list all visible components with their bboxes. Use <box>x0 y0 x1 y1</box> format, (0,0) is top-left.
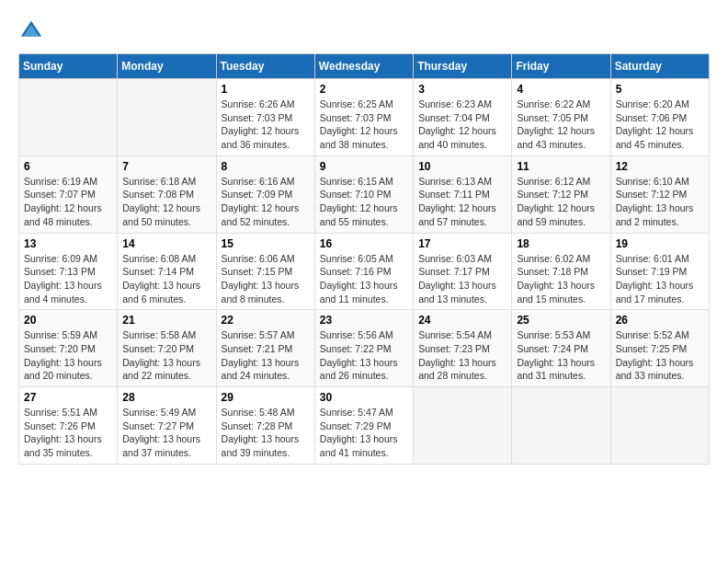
day-number: 7 <box>122 160 210 173</box>
day-detail: Sunrise: 6:06 AM Sunset: 7:15 PM Dayligh… <box>222 252 310 306</box>
day-number: 26 <box>616 314 704 327</box>
day-detail: Sunrise: 5:49 AM Sunset: 7:27 PM Dayligh… <box>122 406 210 460</box>
calendar-body: 1Sunrise: 6:26 AM Sunset: 7:03 PM Daylig… <box>19 79 710 465</box>
header-day: Wednesday <box>314 54 413 79</box>
calendar-cell: 3Sunrise: 6:23 AM Sunset: 7:04 PM Daylig… <box>414 79 512 156</box>
calendar-cell: 2Sunrise: 6:25 AM Sunset: 7:03 PM Daylig… <box>314 79 413 156</box>
day-number: 3 <box>418 83 506 96</box>
day-detail: Sunrise: 6:19 AM Sunset: 7:07 PM Dayligh… <box>24 175 112 229</box>
calendar-cell: 23Sunrise: 5:56 AM Sunset: 7:22 PM Dayli… <box>314 310 413 387</box>
day-number: 30 <box>320 391 408 404</box>
day-detail: Sunrise: 5:53 AM Sunset: 7:24 PM Dayligh… <box>517 328 605 383</box>
calendar-cell: 18Sunrise: 6:02 AM Sunset: 7:18 PM Dayli… <box>512 233 610 310</box>
calendar-cell: 28Sunrise: 5:49 AM Sunset: 7:27 PM Dayli… <box>118 387 216 465</box>
day-detail: Sunrise: 6:05 AM Sunset: 7:16 PM Dayligh… <box>320 252 408 306</box>
calendar-cell <box>19 79 118 156</box>
day-detail: Sunrise: 5:47 AM Sunset: 7:29 PM Dayligh… <box>320 406 408 460</box>
calendar-cell: 5Sunrise: 6:20 AM Sunset: 7:06 PM Daylig… <box>610 79 709 156</box>
day-detail: Sunrise: 6:03 AM Sunset: 7:17 PM Dayligh… <box>418 252 506 306</box>
calendar-cell: 9Sunrise: 6:15 AM Sunset: 7:10 PM Daylig… <box>314 155 413 233</box>
header-day: Sunday <box>19 54 118 79</box>
day-number: 10 <box>418 160 506 173</box>
day-detail: Sunrise: 5:56 AM Sunset: 7:22 PM Dayligh… <box>320 328 408 383</box>
header-day: Monday <box>118 54 216 79</box>
calendar-cell <box>118 79 216 156</box>
calendar-cell: 7Sunrise: 6:18 AM Sunset: 7:08 PM Daylig… <box>118 155 216 233</box>
header-row: SundayMondayTuesdayWednesdayThursdayFrid… <box>19 54 710 79</box>
calendar-cell: 13Sunrise: 6:09 AM Sunset: 7:13 PM Dayli… <box>19 233 118 310</box>
day-number: 28 <box>122 391 210 404</box>
calendar-cell: 15Sunrise: 6:06 AM Sunset: 7:15 PM Dayli… <box>216 233 314 310</box>
day-detail: Sunrise: 6:26 AM Sunset: 7:03 PM Dayligh… <box>222 98 310 152</box>
day-detail: Sunrise: 5:52 AM Sunset: 7:25 PM Dayligh… <box>616 328 704 383</box>
day-detail: Sunrise: 5:57 AM Sunset: 7:21 PM Dayligh… <box>222 328 310 383</box>
calendar-cell <box>512 387 610 465</box>
calendar-cell: 12Sunrise: 6:10 AM Sunset: 7:12 PM Dayli… <box>610 155 709 233</box>
day-detail: Sunrise: 6:25 AM Sunset: 7:03 PM Dayligh… <box>320 98 408 152</box>
day-number: 14 <box>122 237 210 250</box>
calendar-table: SundayMondayTuesdayWednesdayThursdayFrid… <box>18 53 710 465</box>
day-detail: Sunrise: 6:23 AM Sunset: 7:04 PM Dayligh… <box>418 98 506 152</box>
day-detail: Sunrise: 6:15 AM Sunset: 7:10 PM Dayligh… <box>320 175 408 229</box>
calendar-cell: 6Sunrise: 6:19 AM Sunset: 7:07 PM Daylig… <box>19 155 118 233</box>
calendar-cell: 8Sunrise: 6:16 AM Sunset: 7:09 PM Daylig… <box>216 155 314 233</box>
calendar-cell: 11Sunrise: 6:12 AM Sunset: 7:12 PM Dayli… <box>512 155 610 233</box>
calendar-cell: 29Sunrise: 5:48 AM Sunset: 7:28 PM Dayli… <box>216 387 314 465</box>
logo-icon <box>18 18 44 44</box>
day-number: 29 <box>222 391 310 404</box>
day-detail: Sunrise: 5:51 AM Sunset: 7:26 PM Dayligh… <box>24 406 112 460</box>
day-detail: Sunrise: 6:08 AM Sunset: 7:14 PM Dayligh… <box>122 252 210 306</box>
calendar-cell: 16Sunrise: 6:05 AM Sunset: 7:16 PM Dayli… <box>314 233 413 310</box>
calendar-cell: 20Sunrise: 5:59 AM Sunset: 7:20 PM Dayli… <box>19 310 118 387</box>
calendar-cell: 21Sunrise: 5:58 AM Sunset: 7:20 PM Dayli… <box>118 310 216 387</box>
day-number: 21 <box>122 314 210 327</box>
calendar-header: SundayMondayTuesdayWednesdayThursdayFrid… <box>19 54 710 79</box>
calendar-week-row: 1Sunrise: 6:26 AM Sunset: 7:03 PM Daylig… <box>19 79 710 156</box>
day-detail: Sunrise: 5:59 AM Sunset: 7:20 PM Dayligh… <box>24 328 112 383</box>
calendar-cell: 26Sunrise: 5:52 AM Sunset: 7:25 PM Dayli… <box>610 310 709 387</box>
day-number: 17 <box>418 237 506 250</box>
day-number: 19 <box>616 237 704 250</box>
calendar-cell: 22Sunrise: 5:57 AM Sunset: 7:21 PM Dayli… <box>216 310 314 387</box>
day-detail: Sunrise: 5:48 AM Sunset: 7:28 PM Dayligh… <box>222 406 310 460</box>
calendar-cell <box>610 387 709 465</box>
day-number: 8 <box>222 160 310 173</box>
calendar-cell: 27Sunrise: 5:51 AM Sunset: 7:26 PM Dayli… <box>19 387 118 465</box>
day-detail: Sunrise: 6:16 AM Sunset: 7:09 PM Dayligh… <box>222 175 310 229</box>
day-number: 16 <box>320 237 408 250</box>
day-number: 20 <box>24 314 112 327</box>
day-detail: Sunrise: 6:10 AM Sunset: 7:12 PM Dayligh… <box>616 175 704 229</box>
day-number: 23 <box>320 314 408 327</box>
day-number: 9 <box>320 160 408 173</box>
calendar-week-row: 27Sunrise: 5:51 AM Sunset: 7:26 PM Dayli… <box>19 387 710 465</box>
calendar-week-row: 20Sunrise: 5:59 AM Sunset: 7:20 PM Dayli… <box>19 310 710 387</box>
header-day: Saturday <box>610 54 709 79</box>
calendar-cell: 1Sunrise: 6:26 AM Sunset: 7:03 PM Daylig… <box>216 79 314 156</box>
day-number: 2 <box>320 83 408 96</box>
day-number: 12 <box>616 160 704 173</box>
day-detail: Sunrise: 6:12 AM Sunset: 7:12 PM Dayligh… <box>517 175 605 229</box>
logo <box>18 18 48 44</box>
day-detail: Sunrise: 6:01 AM Sunset: 7:19 PM Dayligh… <box>616 252 704 306</box>
calendar-week-row: 6Sunrise: 6:19 AM Sunset: 7:07 PM Daylig… <box>19 155 710 233</box>
day-number: 15 <box>222 237 310 250</box>
header-day: Tuesday <box>216 54 314 79</box>
calendar-cell: 17Sunrise: 6:03 AM Sunset: 7:17 PM Dayli… <box>414 233 512 310</box>
day-detail: Sunrise: 6:18 AM Sunset: 7:08 PM Dayligh… <box>122 175 210 229</box>
day-detail: Sunrise: 6:20 AM Sunset: 7:06 PM Dayligh… <box>616 98 704 152</box>
day-number: 4 <box>517 83 605 96</box>
day-detail: Sunrise: 5:54 AM Sunset: 7:23 PM Dayligh… <box>418 328 506 383</box>
calendar-cell: 10Sunrise: 6:13 AM Sunset: 7:11 PM Dayli… <box>414 155 512 233</box>
page-header <box>18 18 710 44</box>
calendar-cell: 4Sunrise: 6:22 AM Sunset: 7:05 PM Daylig… <box>512 79 610 156</box>
day-detail: Sunrise: 6:22 AM Sunset: 7:05 PM Dayligh… <box>517 98 605 152</box>
calendar-cell: 24Sunrise: 5:54 AM Sunset: 7:23 PM Dayli… <box>414 310 512 387</box>
day-detail: Sunrise: 6:02 AM Sunset: 7:18 PM Dayligh… <box>517 252 605 306</box>
header-day: Friday <box>512 54 610 79</box>
day-number: 24 <box>418 314 506 327</box>
day-number: 11 <box>517 160 605 173</box>
day-number: 5 <box>616 83 704 96</box>
day-number: 13 <box>24 237 112 250</box>
day-number: 25 <box>517 314 605 327</box>
header-day: Thursday <box>414 54 512 79</box>
